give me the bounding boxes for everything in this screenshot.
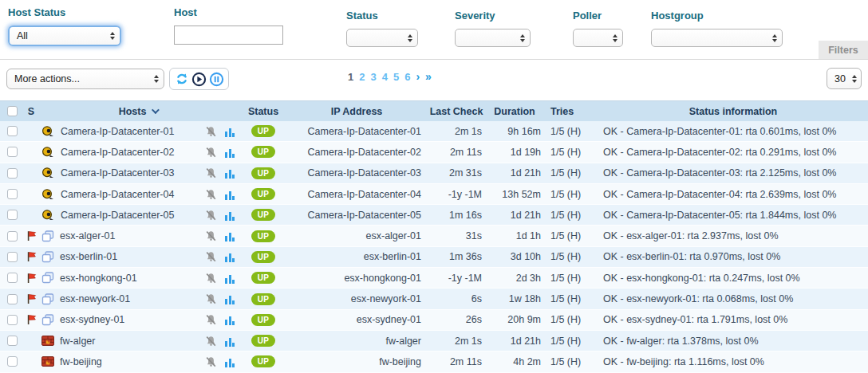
hosts-table: S Hosts Status IP Address Last Check Dur… (0, 100, 868, 373)
status-label: Status (346, 10, 418, 22)
page-1[interactable]: 1 (348, 71, 353, 83)
status-information: OK - esx-hongkong-01: rta 0.247ms, lost … (598, 273, 868, 284)
performance-graph-icon[interactable] (225, 337, 235, 347)
row-checkbox[interactable] (7, 189, 18, 199)
pagination-last[interactable]: » (425, 70, 432, 83)
performance-graph-icon[interactable] (225, 169, 235, 179)
status-badge: UP (251, 125, 276, 137)
duration: 1d 21h (485, 336, 544, 347)
severity-flag-icon (26, 230, 37, 241)
tries: 1/5 (H) (544, 273, 598, 284)
host-name[interactable]: Camera-Ip-Datacenter-05 (61, 210, 205, 221)
table-header: S Hosts Status IP Address Last Check Dur… (0, 100, 868, 121)
pagination-next[interactable]: › (416, 70, 420, 83)
status-information: OK - esx-newyork-01: rta 0.068ms, lost 0… (598, 293, 868, 304)
filters-toggle[interactable]: Filters (819, 41, 868, 59)
camera-icon (41, 210, 55, 221)
row-checkbox[interactable] (7, 336, 18, 346)
host-input[interactable] (174, 26, 283, 45)
host-name[interactable]: esx-sydney-01 (60, 314, 205, 325)
ip-address: esx-newyork-01 (286, 293, 428, 304)
host-name[interactable]: esx-newyork-01 (60, 293, 205, 304)
page-3[interactable]: 3 (370, 71, 376, 83)
host-name[interactable]: esx-alger-01 (60, 230, 205, 241)
page-5[interactable]: 5 (393, 71, 399, 83)
status-badge: UP (251, 293, 276, 305)
row-checkbox[interactable] (7, 231, 18, 241)
ip-address: Camera-Ip-Datacenter-01 (286, 126, 428, 137)
page-size-select[interactable]: 30 (827, 68, 862, 89)
host-name[interactable]: fw-alger (60, 336, 205, 347)
host-name[interactable]: Camera-Ip-Datacenter-04 (61, 189, 205, 200)
host-status-select[interactable]: All (8, 26, 121, 46)
ip-address: Camera-Ip-Datacenter-05 (286, 210, 428, 221)
host-name[interactable]: Camera-Ip-Datacenter-03 (61, 167, 205, 179)
performance-graph-icon[interactable] (225, 232, 235, 241)
filters-toggle-label: Filters (828, 45, 858, 56)
host-name[interactable]: esx-hongkong-01 (60, 273, 205, 284)
severity-flag-icon (26, 251, 37, 262)
col-duration: Duration (485, 106, 544, 117)
tries: 1/5 (H) (544, 293, 598, 304)
row-checkbox[interactable] (7, 294, 18, 304)
last-check: -1y -1M (428, 273, 485, 284)
status-information: OK - fw-beijing: rta 1.116ms, lost 0% (598, 356, 868, 367)
host-name[interactable]: fw-beijing (60, 356, 205, 367)
row-checkbox[interactable] (7, 315, 18, 325)
tries: 1/5 (H) (544, 356, 598, 367)
page-6[interactable]: 6 (404, 71, 410, 83)
page-4[interactable]: 4 (382, 71, 388, 83)
duration: 4h 2m (485, 356, 544, 367)
poller-label: Poller (573, 10, 623, 22)
row-checkbox[interactable] (7, 126, 18, 136)
duration: 1d 21h (485, 167, 544, 179)
performance-graph-icon[interactable] (225, 128, 235, 137)
page-2[interactable]: 2 (359, 71, 365, 83)
severity-select[interactable] (455, 29, 531, 47)
host-name[interactable]: esx-berlin-01 (60, 251, 205, 262)
severity-flag-icon (26, 293, 37, 304)
status-badge: UP (251, 314, 276, 326)
host-name[interactable]: Camera-Ip-Datacenter-01 (61, 126, 205, 137)
tries: 1/5 (H) (544, 251, 598, 262)
performance-graph-icon[interactable] (225, 295, 235, 304)
ip-address: Camera-Ip-Datacenter-04 (286, 189, 428, 200)
performance-graph-icon[interactable] (225, 211, 235, 221)
col-hosts[interactable]: Hosts (38, 106, 241, 117)
last-check: -1y -1M (428, 189, 485, 200)
camera-icon (41, 147, 55, 158)
row-checkbox[interactable] (7, 168, 18, 179)
hostgroup-select[interactable] (651, 29, 783, 47)
performance-graph-icon[interactable] (225, 358, 235, 367)
vm-icon (41, 251, 54, 263)
refresh-icon[interactable] (174, 72, 189, 87)
duration: 2d 3h (485, 273, 544, 284)
host-name[interactable]: Camera-Ip-Datacenter-02 (61, 147, 205, 158)
pause-icon[interactable] (209, 72, 224, 87)
col-severity: S (24, 106, 38, 117)
row-checkbox[interactable] (7, 252, 18, 262)
host-status-value: All (17, 30, 28, 41)
tries: 1/5 (H) (544, 230, 598, 241)
stepper-icon (613, 34, 617, 42)
tries: 1/5 (H) (544, 126, 598, 137)
performance-graph-icon[interactable] (225, 253, 235, 262)
play-icon[interactable] (191, 72, 207, 87)
select-all-checkbox[interactable] (7, 106, 18, 116)
performance-graph-icon[interactable] (225, 148, 235, 158)
row-checkbox[interactable] (7, 273, 18, 283)
last-check: 31s (428, 230, 485, 241)
camera-icon (41, 126, 55, 137)
status-badge: UP (251, 230, 276, 242)
performance-graph-icon[interactable] (225, 274, 235, 284)
more-actions-select[interactable]: More actions... (6, 69, 164, 89)
row-checkbox[interactable] (7, 210, 18, 220)
performance-graph-icon[interactable] (225, 190, 235, 200)
row-checkbox[interactable] (7, 147, 18, 157)
status-select[interactable] (346, 29, 418, 47)
poller-select[interactable] (573, 29, 623, 47)
row-checkbox[interactable] (7, 356, 18, 367)
vm-icon (41, 293, 54, 305)
performance-graph-icon[interactable] (225, 316, 235, 325)
tries: 1/5 (H) (544, 210, 598, 221)
